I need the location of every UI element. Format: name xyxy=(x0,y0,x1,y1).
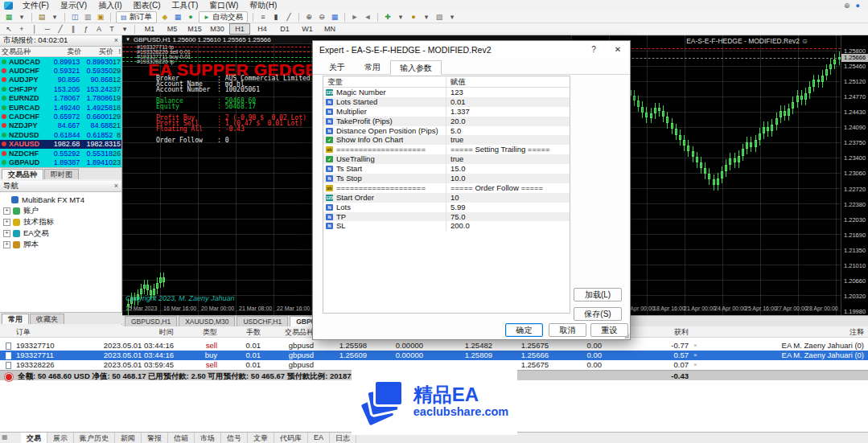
reset-button[interactable]: 重设 xyxy=(590,323,628,337)
market-watch-row-CHFJPY[interactable]: CHFJPY153.205153.24237 xyxy=(0,84,121,93)
new-chart-icon[interactable]: ▦ xyxy=(3,12,14,23)
parameter-row[interactable]: 123Start Order10 xyxy=(323,193,570,203)
menu-item-2[interactable]: 插入(I) xyxy=(93,0,127,11)
new-chart-caret-icon[interactable]: ▾ xyxy=(16,12,27,23)
timeframe-H1[interactable]: H1 xyxy=(229,23,250,35)
candlestick-icon[interactable]: ▮ xyxy=(270,12,282,23)
expand-icon[interactable]: + xyxy=(3,219,10,226)
ok-button[interactable]: 确定 xyxy=(505,323,543,337)
chart-tab-0[interactable]: GBPUSD,H1 xyxy=(125,316,177,326)
metaeditor-icon[interactable]: ◆ xyxy=(159,12,171,23)
parameter-row[interactable]: NTakeProfit (Pips)20.0 xyxy=(323,117,570,126)
parameter-row[interactable]: NSL200.0 xyxy=(323,221,570,231)
terminal-tab-展示[interactable]: 展示 xyxy=(47,433,74,443)
line-chart-icon[interactable]: ╱ xyxy=(283,12,294,23)
dialog-titlebar[interactable]: Expert - EA-S-E-F-HEDGE - MODIFIED.Rev2 … xyxy=(313,41,630,58)
menu-item-6[interactable]: 帮助(H) xyxy=(244,0,282,11)
navigator-tab-常用[interactable]: 常用 xyxy=(2,314,29,324)
column-bid[interactable]: 卖价 xyxy=(48,47,82,57)
terminal-tab-市场[interactable]: 市场 xyxy=(195,433,221,443)
terminal-tab-信箱[interactable]: 信箱 xyxy=(168,433,195,443)
parameter-value[interactable]: 20.0 xyxy=(450,117,466,126)
auto-trading-button[interactable]: ►自动交易 xyxy=(199,11,248,23)
market-watch-row-AUDCHF[interactable]: AUDCHF0.593210.5935029 xyxy=(0,66,121,75)
market-watch-tab-交易品种[interactable]: 交易品种 xyxy=(2,169,43,179)
parameter-row[interactable]: NLots Started0.01 xyxy=(323,97,570,107)
tile-windows-icon[interactable]: ▦ xyxy=(329,12,340,23)
chart-shift-icon[interactable]: ◄ xyxy=(362,12,373,23)
timeframe-M5[interactable]: M5 xyxy=(162,23,183,35)
market-watch-row-AUDJPY[interactable]: AUDJPY90.85690.86812 xyxy=(0,76,121,84)
expand-icon[interactable]: + xyxy=(3,207,10,215)
indicators-caret-icon[interactable]: ▾ xyxy=(395,12,406,23)
market-watch-row-EURCAD[interactable]: EURCAD1.492401.4925818 xyxy=(0,103,121,112)
menu-item-1[interactable]: 显示(V) xyxy=(55,0,93,11)
navigator-root[interactable]: MultiBank FX MT4 xyxy=(0,194,121,205)
parameter-value[interactable]: 0.01 xyxy=(450,97,466,107)
search-icon[interactable]: ⊕ xyxy=(844,2,850,10)
menu-item-0[interactable]: 文件(F) xyxy=(17,0,55,11)
collapse-icon[interactable]: ▼ xyxy=(125,37,130,42)
parameter-value[interactable]: ===== Setting Trailing ===== xyxy=(450,145,550,154)
navigator-item-脚本[interactable]: +脚本 xyxy=(0,239,121,250)
close-icon[interactable]: × xyxy=(114,37,118,44)
timeframe-M30[interactable]: M30 xyxy=(207,23,228,35)
navigator-item-EA交易[interactable]: +EA交易 xyxy=(0,228,121,239)
terminal-column-10[interactable]: 获利 xyxy=(624,327,689,338)
expand-icon[interactable]: + xyxy=(3,241,10,248)
parameter-row[interactable]: NTP75.0 xyxy=(323,212,570,222)
load-button[interactable]: 加载(L) xyxy=(574,288,622,301)
close-icon[interactable]: × xyxy=(114,183,118,190)
crosshair-icon[interactable]: + xyxy=(16,24,27,35)
timeframe-H4[interactable]: H4 xyxy=(252,23,273,35)
dialog-tab-常用[interactable]: 常用 xyxy=(355,59,390,74)
parameter-row[interactable]: NLots5.99 xyxy=(323,203,570,212)
parameter-row[interactable]: NTs Start15.0 xyxy=(323,164,570,174)
parameter-value[interactable]: 15.0 xyxy=(450,164,466,174)
market-watch-row-GBPAUD[interactable]: GBPAUD1.893871.8941023 xyxy=(0,158,121,166)
parameter-row[interactable]: 123Magic Number123 xyxy=(323,88,570,97)
parameter-row[interactable]: NDistance Open Position (Pips)5.0 xyxy=(323,126,570,136)
parameter-row[interactable]: ✓Show Info On Charttrue xyxy=(323,135,570,145)
parameter-value[interactable]: 5.0 xyxy=(450,126,461,136)
terminal-column-1[interactable]: 时间 xyxy=(79,327,174,338)
market-watch-row-AUDCAD[interactable]: AUDCAD0.899130.8993017 xyxy=(0,57,121,66)
terminal-column-4[interactable]: 交易品种 xyxy=(265,327,314,338)
terminal-tab-EA[interactable]: EA xyxy=(308,433,330,443)
fibonacci-icon[interactable]: ƒ xyxy=(80,24,92,35)
parameter-row[interactable]: ab========================= Order Follow… xyxy=(323,183,570,193)
terminal-tab-警报[interactable]: 警报 xyxy=(142,433,168,443)
channel-icon[interactable]: ∥ xyxy=(68,24,79,35)
market-watch-row-CADCHF[interactable]: CADCHF0.659720.6600129 xyxy=(0,112,121,121)
timeframe-D1[interactable]: D1 xyxy=(274,23,295,35)
navigator-tab-收藏夹[interactable]: 收藏夹 xyxy=(30,314,64,324)
parameter-row[interactable]: NTs Stop10.0 xyxy=(323,174,570,183)
terminal-tab-交易[interactable]: 交易 xyxy=(21,433,47,443)
terminal-toggle-icon[interactable]: ▦ xyxy=(172,12,183,23)
terminal-column-2[interactable]: 类型 xyxy=(180,327,217,338)
parameter-row[interactable]: ✓UseTrallingtrue xyxy=(323,154,570,164)
bar-chart-icon[interactable]: ≡ xyxy=(257,12,269,23)
market-watch-row-EURNZD[interactable]: EURNZD1.780671.7808619 xyxy=(0,94,121,103)
column-symbol[interactable]: 交易品种 xyxy=(2,47,48,57)
cursor-icon[interactable]: ↖ xyxy=(3,24,14,35)
shapes-caret-icon[interactable]: ▾ xyxy=(119,24,130,35)
market-watch-tab-即时图[interactable]: 即时图 xyxy=(44,169,79,179)
timeframe-W1[interactable]: W1 xyxy=(297,23,318,35)
hline-icon[interactable]: ─ xyxy=(42,24,53,35)
data-window-toggle-icon[interactable]: ▥ xyxy=(82,12,93,23)
menu-item-4[interactable]: 工具(T) xyxy=(166,0,204,11)
expand-icon[interactable]: + xyxy=(3,230,10,237)
help-button[interactable]: ? xyxy=(582,41,606,58)
parameter-value[interactable]: 5.99 xyxy=(450,203,466,212)
terminal-tab-新闻[interactable]: 新闻 xyxy=(115,433,142,443)
save-button[interactable]: 保存(S) xyxy=(574,307,622,321)
order-row-193327710[interactable]: 1933277102023.05.01 03:44:16sell0.01gbpu… xyxy=(0,341,868,351)
timeframe-M1[interactable]: M1 xyxy=(139,23,160,35)
parameter-value[interactable]: 200.0 xyxy=(450,221,470,231)
market-watch-row-NZDJPY[interactable]: NZDJPY84.66784.68821 xyxy=(0,121,121,130)
market-watch-row-XAUUSD[interactable]: XAUUSD1982.681982.8315 xyxy=(0,140,121,149)
terminal-tab-文章[interactable]: 文章 xyxy=(248,433,274,443)
terminal-column-3[interactable]: 手数 xyxy=(224,327,261,338)
market-watch-row-NZDUSD[interactable]: NZDUSD0.618440.618528 xyxy=(0,130,121,139)
